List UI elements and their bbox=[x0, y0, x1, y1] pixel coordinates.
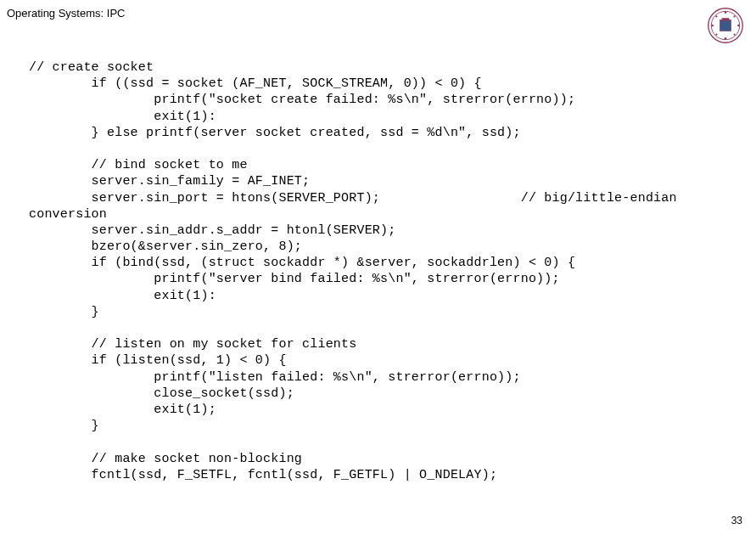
page-number: 33 bbox=[731, 515, 742, 527]
code-comment: // bind socket to me bbox=[29, 158, 248, 172]
code-comment: // create socket bbox=[29, 60, 154, 75]
svg-point-10 bbox=[715, 33, 717, 35]
svg-point-4 bbox=[725, 11, 727, 14]
code-line: } bbox=[29, 305, 99, 319]
code-line: if ((ssd = socket (AF_NET, SOCK_STREAM, … bbox=[29, 76, 482, 91]
code-line: server.sin_addr.s_addr = htonl(SERVER); bbox=[29, 223, 395, 238]
code-line: } else printf(server socket created, ssd… bbox=[29, 126, 521, 140]
code-comment: // listen on my socket for clients bbox=[29, 337, 356, 352]
code-line: printf("socket create failed: %s\n", str… bbox=[29, 93, 575, 107]
code-line: printf("server bind failed: %s\n", strer… bbox=[29, 272, 560, 286]
code-line: bzero(&server.sin_zero, 8); bbox=[29, 239, 302, 254]
svg-rect-2 bbox=[720, 20, 731, 31]
code-line: close_socket(ssd); bbox=[29, 386, 294, 401]
code-line: if (bind(ssd, (struct sockaddr *) &serve… bbox=[29, 256, 575, 270]
svg-point-11 bbox=[733, 33, 735, 35]
svg-point-6 bbox=[737, 25, 740, 27]
code-line: server.sin_family = AF_INET; bbox=[29, 174, 310, 189]
code-line: fcntl(ssd, F_SETFL, fcntl(ssd, F_GETFL) … bbox=[29, 468, 497, 482]
header-title: Operating Systems: IPC bbox=[7, 7, 125, 20]
code-line: exit(1); bbox=[29, 403, 216, 417]
svg-point-9 bbox=[733, 15, 735, 17]
code-line: } bbox=[29, 419, 99, 433]
code-line: if (listen(ssd, 1) < 0) { bbox=[29, 353, 287, 368]
code-line: printf("listen failed: %s\n", strerror(e… bbox=[29, 370, 521, 385]
code-blank bbox=[29, 142, 36, 156]
code-blank bbox=[29, 435, 36, 449]
university-crest-icon bbox=[707, 7, 744, 44]
slide-content: // create socket if ((ssd = socket (AF_N… bbox=[0, 44, 756, 483]
code-line: exit(1): bbox=[29, 110, 216, 124]
slide-header: Operating Systems: IPC bbox=[0, 0, 756, 44]
code-block: // create socket if ((ssd = socket (AF_N… bbox=[29, 59, 727, 483]
code-line: exit(1): bbox=[29, 289, 216, 303]
code-blank bbox=[29, 321, 36, 335]
svg-point-8 bbox=[715, 15, 717, 17]
code-line: server.sin_port = htons(SERVER_PORT); //… bbox=[29, 191, 677, 206]
svg-point-7 bbox=[725, 37, 727, 40]
code-comment: // make socket non-blocking bbox=[29, 452, 302, 466]
svg-point-5 bbox=[711, 25, 714, 27]
svg-rect-3 bbox=[722, 18, 730, 21]
code-line: conversion bbox=[29, 207, 107, 222]
